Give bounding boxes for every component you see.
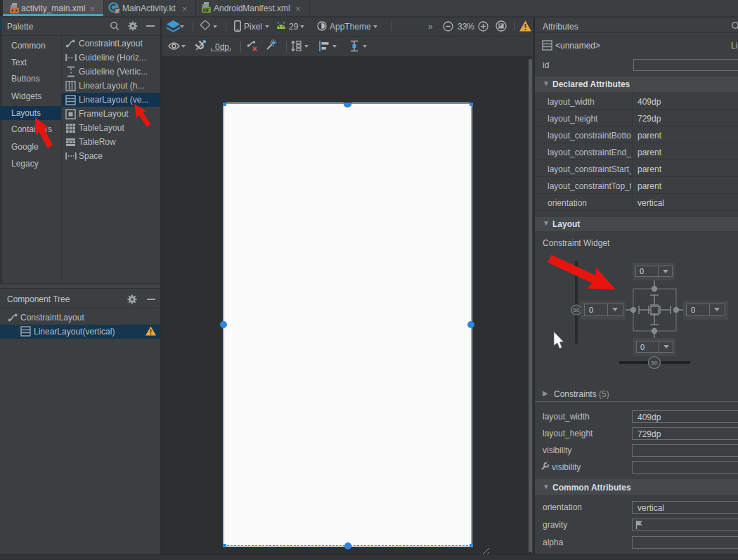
svg-text:50: 50 (574, 307, 580, 313)
svg-text:MF: MF (202, 8, 210, 13)
svg-text:50: 50 (652, 360, 658, 366)
